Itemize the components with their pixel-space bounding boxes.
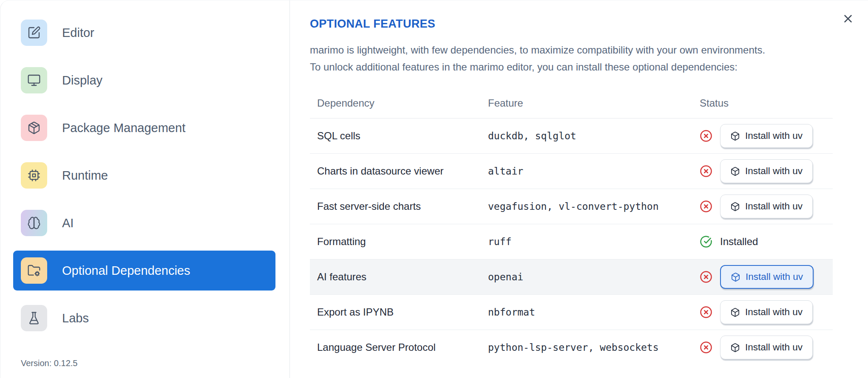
- feature-packages: python-lsp-server, websockets: [481, 342, 693, 353]
- folder-cog-icon: [21, 257, 47, 284]
- dependency-name: Language Server Protocol: [310, 341, 481, 353]
- brain-icon: [21, 210, 47, 236]
- install-button-label: Install with uv: [745, 201, 803, 212]
- column-header-status: Status: [693, 97, 833, 109]
- version-label: Version: 0.12.5: [21, 358, 77, 368]
- dependency-name: Formatting: [310, 236, 481, 248]
- monitor-icon: [21, 67, 47, 93]
- sidebar-item-label: AI: [62, 216, 74, 230]
- sidebar-item-ai[interactable]: AI: [13, 203, 275, 243]
- install-button-label: Install with uv: [745, 166, 803, 177]
- sidebar-item-label: Editor: [62, 26, 94, 40]
- table-row: Charts in datasource viewer altair Insta…: [310, 154, 833, 189]
- close-button[interactable]: [840, 11, 856, 27]
- feature-packages: openai: [481, 271, 693, 282]
- status-cell: Install with uv: [693, 300, 833, 324]
- circle-check-icon: [700, 235, 712, 248]
- install-with-uv-button[interactable]: Install with uv: [720, 124, 813, 148]
- sidebar-item-label: Runtime: [62, 169, 108, 183]
- dependency-name: Export as IPYNB: [310, 306, 481, 318]
- table-row: Fast server-side charts vegafusion, vl-c…: [310, 189, 833, 224]
- box-icon: [730, 131, 740, 141]
- sidebar-item-runtime[interactable]: Runtime: [13, 155, 275, 195]
- install-with-uv-button[interactable]: Install with uv: [720, 336, 813, 359]
- sidebar-item-label: Labs: [62, 311, 89, 325]
- status-cell: Install with uv: [693, 336, 833, 359]
- dependency-name: Charts in datasource viewer: [310, 165, 481, 177]
- install-with-uv-button[interactable]: Install with uv: [720, 159, 813, 183]
- description-line: To unlock additional features in the mar…: [310, 59, 868, 76]
- feature-packages: vegafusion, vl-convert-python: [481, 201, 693, 212]
- feature-packages: altair: [481, 166, 693, 177]
- box-icon: [730, 307, 740, 317]
- install-button-label: Install with uv: [745, 342, 803, 353]
- dependency-name: AI features: [310, 271, 481, 283]
- installed-status-label: Installed: [720, 236, 758, 248]
- settings-sidebar: Editor Display Package Management Runtim…: [0, 0, 290, 378]
- cpu-icon: [21, 162, 47, 189]
- dependency-name: SQL cells: [310, 130, 481, 142]
- circle-x-icon: [700, 200, 712, 213]
- description-line: marimo is lightweight, with few dependen…: [310, 42, 868, 59]
- install-button-label: Install with uv: [745, 307, 803, 318]
- dependencies-table: Dependency Feature Status SQL cells duck…: [310, 88, 833, 365]
- package-icon: [21, 115, 47, 141]
- circle-x-icon: [700, 130, 712, 142]
- box-icon: [730, 166, 740, 176]
- feature-packages: ruff: [481, 236, 693, 247]
- circle-x-icon: [700, 306, 712, 319]
- table-row: Language Server Protocol python-lsp-serv…: [310, 330, 833, 365]
- square-pen-icon: [21, 20, 47, 46]
- table-row: AI features openai Install with uv: [310, 260, 833, 295]
- sidebar-item-optional-dependencies[interactable]: Optional Dependencies: [13, 251, 275, 291]
- column-header-dependency: Dependency: [310, 97, 481, 109]
- page-title: OPTIONAL FEATURES: [310, 17, 868, 31]
- sidebar-item-labs[interactable]: Labs: [13, 298, 275, 338]
- close-icon: [842, 12, 854, 25]
- circle-x-icon: [700, 271, 712, 283]
- optional-features-panel: OPTIONAL FEATURES marimo is lightweight,…: [290, 0, 868, 378]
- status-cell: Install with uv: [693, 124, 833, 148]
- settings-dialog: Editor Display Package Management Runtim…: [0, 0, 868, 378]
- flask-icon: [21, 305, 47, 331]
- box-icon: [730, 343, 740, 353]
- dependency-name: Fast server-side charts: [310, 200, 481, 212]
- feature-packages: nbformat: [481, 307, 693, 318]
- status-cell: Install with uv: [693, 159, 833, 183]
- box-icon: [730, 202, 740, 212]
- sidebar-item-label: Package Management: [62, 121, 185, 135]
- sidebar-item-display[interactable]: Display: [13, 60, 275, 100]
- status-cell: Install with uv: [693, 265, 833, 289]
- status-cell: Install with uv: [693, 195, 833, 218]
- sidebar-item-editor[interactable]: Editor: [13, 13, 275, 53]
- install-button-label: Install with uv: [746, 271, 803, 282]
- table-row: Formatting ruff Installed: [310, 224, 833, 260]
- circle-x-icon: [700, 165, 712, 178]
- panel-description: marimo is lightweight, with few dependen…: [310, 42, 868, 76]
- sidebar-item-label: Display: [62, 73, 102, 87]
- sidebar-item-package-management[interactable]: Package Management: [13, 108, 275, 148]
- install-button-label: Install with uv: [745, 130, 803, 141]
- install-with-uv-button[interactable]: Install with uv: [720, 265, 814, 289]
- box-icon: [731, 272, 740, 282]
- install-with-uv-button[interactable]: Install with uv: [720, 300, 813, 324]
- feature-packages: duckdb, sqlglot: [481, 130, 693, 141]
- sidebar-item-label: Optional Dependencies: [62, 264, 190, 278]
- install-with-uv-button[interactable]: Install with uv: [720, 195, 813, 218]
- table-row: Export as IPYNB nbformat Install with uv: [310, 295, 833, 330]
- table-row: SQL cells duckdb, sqlglot Install with u…: [310, 118, 833, 154]
- table-header-row: Dependency Feature Status: [310, 88, 833, 118]
- column-header-feature: Feature: [481, 97, 693, 109]
- status-cell: Installed: [693, 235, 833, 248]
- circle-x-icon: [700, 341, 712, 354]
